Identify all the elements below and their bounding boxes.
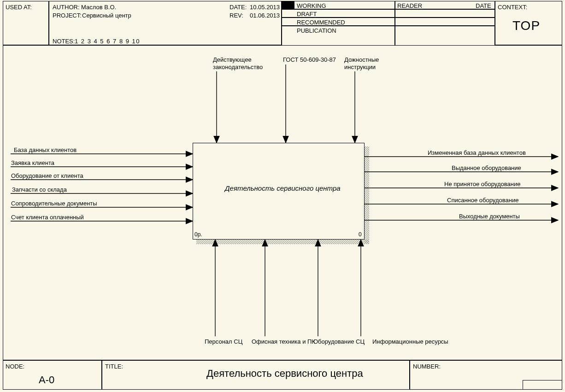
node-label: NODE: — [6, 363, 24, 370]
input-1: База данных клиентов — [14, 146, 77, 153]
mechanism-4: Информационные ресурсы — [372, 338, 448, 345]
control-3a: Дожностные — [344, 56, 379, 63]
node-value: A-0 — [39, 374, 54, 386]
diagram-arrows — [0, 0, 565, 392]
input-5: Сопроводительные документы — [11, 200, 97, 207]
mechanism-1: Персонал СЦ — [205, 338, 242, 345]
idef0-diagram: USED AT: AUTHOR: Маслов В.О. PROJECT: Се… — [0, 0, 565, 392]
output-2: Выданное оборудование — [452, 164, 521, 171]
output-4: Списанное оборудование — [447, 197, 518, 204]
svg-rect-1 — [196, 240, 369, 244]
mechanism-3: Оборудование СЦ — [313, 338, 365, 345]
activity-cost: 0р. — [194, 231, 202, 238]
control-3b: инструкции — [344, 64, 376, 70]
control-1a: Действующее — [213, 56, 252, 63]
footer-number-inner — [523, 380, 562, 390]
output-5: Выходные документы — [459, 213, 520, 220]
output-3: Не принятое оборудование — [444, 181, 520, 187]
title-value: Деятельность сервисного центра — [206, 368, 363, 380]
control-2: ГОСТ 50-609-30-87 — [283, 56, 336, 63]
input-2: Заявка клиента — [11, 159, 54, 166]
control-1b: законодательство — [213, 64, 263, 70]
mechanism-2: Офисная техника и ПК — [252, 338, 315, 345]
title-label: TITLE: — [105, 363, 123, 370]
svg-rect-0 — [365, 146, 369, 243]
input-6: Счет клиента оплаченный — [11, 214, 84, 221]
output-1: Измененная база данных клиентов — [428, 149, 526, 156]
activity-num: 0 — [359, 231, 362, 238]
activity-name: Деятельность сервисного центра — [225, 184, 341, 192]
input-4: Запчасти со склада — [12, 186, 67, 193]
input-3: Оборудование от клиента — [11, 172, 83, 179]
number-label: NUMBER: — [413, 363, 441, 370]
